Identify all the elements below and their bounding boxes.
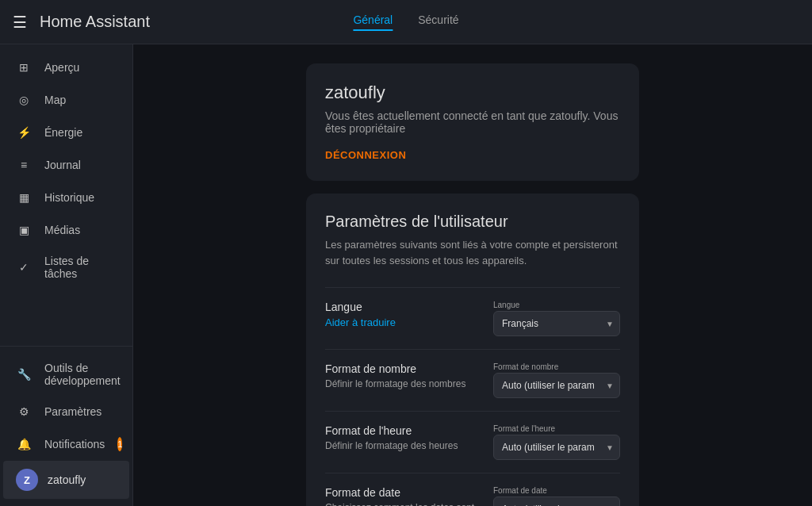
language-select-wrapper: Français English Español Deutsch [493, 311, 620, 336]
notifications-icon: 🔔 [16, 436, 32, 452]
number-format-help: Définir le formatage des nombres [325, 378, 481, 389]
sidebar-label-dev: Outils de développement [44, 362, 121, 387]
sidebar-item-media[interactable]: ▣ Médias [3, 214, 129, 246]
settings-desc: Les paramètres suivants sont liés à votr… [325, 237, 620, 268]
sidebar-label-overview: Aperçu [44, 61, 79, 74]
language-row: Langue Aider à traduire Langue Français … [325, 287, 620, 349]
number-format-select[interactable]: Auto (utiliser le param 1,234.5 1.234,5 [493, 373, 620, 398]
user-card: zatoufly Vous êtes actuellement connecté… [306, 63, 639, 181]
history-icon: ▦ [16, 190, 32, 205]
todo-icon: ✓ [16, 259, 32, 275]
main-layout: ⊞ Aperçu ◎ Map ⚡ Énergie ≡ Journal ▦ His… [0, 44, 812, 506]
top-tabs: Général Sécurité [353, 13, 458, 31]
user-card-desc: Vous êtes actuellement connecté en tant … [325, 109, 620, 135]
sidebar-item-map[interactable]: ◎ Map [3, 84, 129, 116]
sidebar-label-journal: Journal [44, 159, 81, 171]
sidebar-label-todo: Listes de tâches [44, 255, 117, 280]
sidebar-label-energy: Énergie [44, 126, 82, 139]
date-format-label-group: Format de date Choisissez comment les da… [325, 486, 481, 506]
date-format-label: Format de date [325, 486, 481, 499]
sidebar-item-todo[interactable]: ✓ Listes de tâches [3, 247, 129, 288]
date-format-row: Format de date Choisissez comment les da… [325, 473, 620, 506]
time-format-select-wrapper: Auto (utiliser le param 12h 24h [493, 435, 620, 460]
date-format-control: Format de date Auto (utiliser le param M… [493, 486, 620, 506]
media-icon: ▣ [16, 222, 32, 238]
time-format-help: Définir le formatage des heures [325, 440, 481, 451]
sidebar-item-journal[interactable]: ≡ Journal [3, 149, 129, 181]
sidebar-item-dev[interactable]: 🔧 Outils de développement [3, 354, 129, 395]
hamburger-icon[interactable]: ☰ [13, 13, 27, 32]
number-format-select-label: Format de nombre [493, 362, 620, 371]
sidebar-nav: ⊞ Aperçu ◎ Map ⚡ Énergie ≡ Journal ▦ His… [0, 44, 132, 346]
date-format-select[interactable]: Auto (utiliser le param MM/DD/YYYY DD/MM… [493, 496, 620, 506]
sidebar-label-notifications: Notifications [44, 438, 105, 450]
language-control: Langue Français English Español Deutsch [493, 301, 620, 336]
number-format-label-group: Format de nombre Définir le formatage de… [325, 362, 481, 389]
tab-general[interactable]: Général [353, 13, 393, 31]
sidebar-item-notifications[interactable]: 🔔 Notifications 1 [3, 428, 129, 460]
sidebar-label-history: Historique [44, 191, 94, 204]
sidebar-item-energy[interactable]: ⚡ Énergie [3, 117, 129, 148]
user-card-title: zatoufly [325, 82, 620, 103]
language-label: Langue [325, 301, 481, 313]
main-content: zatoufly Vous êtes actuellement connecté… [133, 44, 812, 506]
number-format-label: Format de nombre [325, 362, 481, 375]
language-select-label: Langue [493, 301, 620, 309]
overview-icon: ⊞ [16, 59, 32, 75]
sidebar-item-settings[interactable]: ⚙ Paramètres [3, 396, 129, 427]
sidebar-label-settings: Paramètres [44, 405, 102, 418]
dev-icon: 🔧 [16, 366, 32, 382]
number-format-select-wrapper: Auto (utiliser le param 1,234.5 1.234,5 [493, 373, 620, 398]
sidebar-user[interactable]: Z zatoufly [3, 461, 129, 499]
time-format-label-group: Format de l'heure Définir le formatage d… [325, 424, 481, 451]
sidebar-bottom: 🔧 Outils de développement ⚙ Paramètres 🔔… [0, 346, 132, 506]
tab-security[interactable]: Sécurité [418, 13, 458, 31]
language-select[interactable]: Français English Español Deutsch [493, 311, 620, 336]
settings-icon: ⚙ [16, 404, 32, 420]
sidebar-item-overview[interactable]: ⊞ Aperçu [3, 52, 129, 83]
sidebar-label-map: Map [44, 94, 66, 106]
sidebar: ⊞ Aperçu ◎ Map ⚡ Énergie ≡ Journal ▦ His… [0, 44, 133, 506]
time-format-row: Format de l'heure Définir le formatage d… [325, 411, 620, 473]
settings-card: Paramètres de l'utilisateur Les paramètr… [306, 194, 639, 506]
energy-icon: ⚡ [16, 125, 32, 140]
time-format-control: Format de l'heure Auto (utiliser le para… [493, 424, 620, 460]
translate-link[interactable]: Aider à traduire [325, 316, 481, 328]
map-icon: ◎ [16, 92, 32, 108]
settings-title: Paramètres de l'utilisateur [325, 213, 620, 231]
time-format-select[interactable]: Auto (utiliser le param 12h 24h [493, 435, 620, 460]
number-format-control: Format de nombre Auto (utiliser le param… [493, 362, 620, 398]
disconnect-button[interactable]: DÉCONNEXION [325, 149, 406, 161]
date-format-help: Choisissez comment les dates sont format… [325, 502, 481, 506]
date-format-select-label: Format de date [493, 486, 620, 495]
avatar: Z [16, 469, 38, 491]
sidebar-label-media: Médias [44, 224, 80, 236]
date-format-select-wrapper: Auto (utiliser le param MM/DD/YYYY DD/MM… [493, 496, 620, 506]
time-format-label: Format de l'heure [325, 424, 481, 437]
sidebar-item-history[interactable]: ▦ Historique [3, 182, 129, 213]
number-format-row: Format de nombre Définir le formatage de… [325, 349, 620, 411]
language-label-group: Langue Aider à traduire [325, 301, 481, 328]
time-format-select-label: Format de l'heure [493, 424, 620, 433]
journal-icon: ≡ [16, 157, 32, 173]
notification-badge: 1 [117, 437, 122, 451]
user-name: zatoufly [48, 473, 86, 486]
topbar: ☰ Home Assistant Général Sécurité [0, 0, 812, 44]
